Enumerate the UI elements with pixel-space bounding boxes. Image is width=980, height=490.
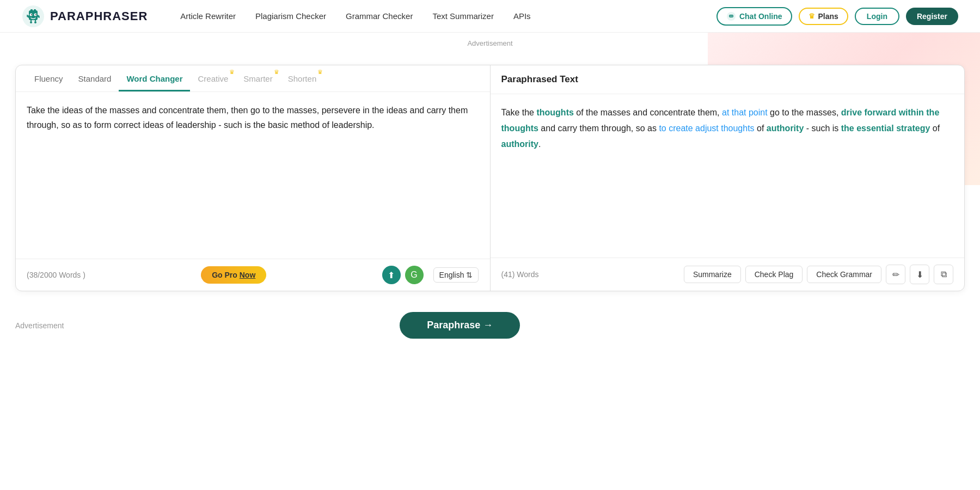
highlight-authority-2: authority — [501, 139, 538, 149]
shorten-crown-icon: ♛ — [317, 69, 323, 76]
tab-creative[interactable]: ♛ Creative — [190, 65, 236, 91]
right-panel: Paraphrased Text Take the thoughts of th… — [491, 65, 965, 291]
edit-icon-button[interactable]: ✏ — [886, 265, 905, 284]
tab-word-changer[interactable]: Word Changer — [119, 65, 190, 91]
output-text-area: Take the thoughts of the masses and conc… — [491, 94, 965, 258]
logo-icon — [22, 5, 45, 28]
nav-article-rewriter[interactable]: Article Rewriter — [180, 11, 236, 21]
bottom-area: Advertisement Paraphrase → — [0, 302, 980, 348]
word-count: (38/2000 Words ) — [27, 271, 85, 279]
tabs-row: Fluency Standard Word Changer ♛ Creative… — [16, 65, 490, 92]
footer-right: ⬆ G English ⇅ — [382, 266, 479, 284]
svg-point-19 — [731, 15, 732, 16]
highlight-thoughts: thoughts — [536, 108, 573, 117]
right-actions: Summarize Check Plag Check Grammar ✏ ⬇ ⧉ — [684, 265, 953, 284]
advertisement-top: Advertisement — [0, 33, 980, 54]
svg-rect-2 — [30, 9, 33, 11]
svg-rect-3 — [34, 9, 36, 11]
chat-online-button[interactable]: Chat Online — [716, 7, 792, 26]
highlight-at-that-point: at that point — [722, 108, 768, 117]
svg-point-13 — [34, 21, 36, 23]
main-content: Fluency Standard Word Changer ♛ Creative… — [0, 54, 980, 302]
chevron-icon: ⇅ — [466, 271, 473, 279]
language-selector[interactable]: English ⇅ — [433, 267, 479, 283]
highlight-authority-1: authority — [767, 124, 804, 133]
tool-container: Fluency Standard Word Changer ♛ Creative… — [15, 65, 965, 291]
smarter-crown-icon: ♛ — [274, 69, 279, 76]
svg-point-7 — [35, 14, 36, 15]
svg-point-12 — [30, 21, 32, 23]
main-nav: Article Rewriter Plagiarism Checker Gram… — [180, 11, 716, 21]
header-actions: Chat Online ♛ Plans Login Register — [716, 7, 958, 26]
chat-icon — [726, 11, 736, 21]
nav-apis[interactable]: APIs — [513, 11, 531, 21]
nav-text-summarizer[interactable]: Text Summarizer — [432, 11, 494, 21]
paraphrased-text-title: Paraphrased Text — [501, 74, 578, 84]
svg-point-18 — [730, 15, 731, 16]
toolbar-icons: ⬆ G — [382, 266, 424, 284]
logo-text: PARAPHRASER — [50, 9, 148, 23]
tab-fluency[interactable]: Fluency — [27, 65, 71, 91]
paraphrase-button[interactable]: Paraphrase → — [400, 312, 520, 339]
input-textarea[interactable] — [27, 103, 479, 244]
paraphrased-text: Take the thoughts of the masses and conc… — [501, 105, 954, 152]
tab-shorten[interactable]: ♛ Shorten — [280, 65, 324, 91]
nav-grammar-checker[interactable]: Grammar Checker — [346, 11, 413, 21]
download-icon-button[interactable]: ⬇ — [910, 265, 929, 284]
left-footer: (38/2000 Words ) Go Pro Now ⬆ G English — [16, 259, 490, 291]
go-pro-button[interactable]: Go Pro Now — [201, 266, 266, 284]
tab-standard[interactable]: Standard — [71, 65, 119, 91]
grammar-check-icon[interactable]: G — [405, 266, 424, 284]
check-grammar-button[interactable]: Check Grammar — [807, 266, 881, 283]
copy-icon-button[interactable]: ⧉ — [934, 265, 953, 284]
right-footer: (41) Words Summarize Check Plag Check Gr… — [491, 258, 965, 291]
advertisement-bottom: Advertisement — [15, 321, 64, 330]
register-button[interactable]: Register — [906, 8, 958, 25]
tab-smarter[interactable]: ♛ Smarter — [236, 65, 280, 91]
summarize-button[interactable]: Summarize — [684, 266, 741, 283]
highlight-to-create: to create adjust thoughts — [659, 124, 754, 133]
creative-crown-icon: ♛ — [229, 69, 235, 76]
output-word-count: (41) Words — [501, 270, 539, 279]
logo-area: PARAPHRASER — [22, 5, 148, 28]
svg-point-6 — [31, 14, 32, 15]
svg-point-20 — [732, 15, 733, 16]
upload-icon[interactable]: ⬆ — [382, 266, 401, 284]
nav-plagiarism-checker[interactable]: Plagiarism Checker — [255, 11, 326, 21]
plans-button[interactable]: ♛ Plans — [799, 8, 848, 25]
login-button[interactable]: Login — [855, 8, 899, 25]
highlight-essential-strategy: the essential strategy — [841, 124, 930, 133]
check-plag-button[interactable]: Check Plag — [745, 266, 803, 283]
right-header: Paraphrased Text — [491, 65, 965, 94]
left-panel: Fluency Standard Word Changer ♛ Creative… — [16, 65, 491, 291]
input-area-container — [16, 92, 490, 259]
header: PARAPHRASER Article Rewriter Plagiarism … — [0, 0, 980, 33]
crown-icon: ♛ — [808, 12, 815, 20]
page-background: Advertisement Fluency Standard Word Chan… — [0, 33, 980, 348]
